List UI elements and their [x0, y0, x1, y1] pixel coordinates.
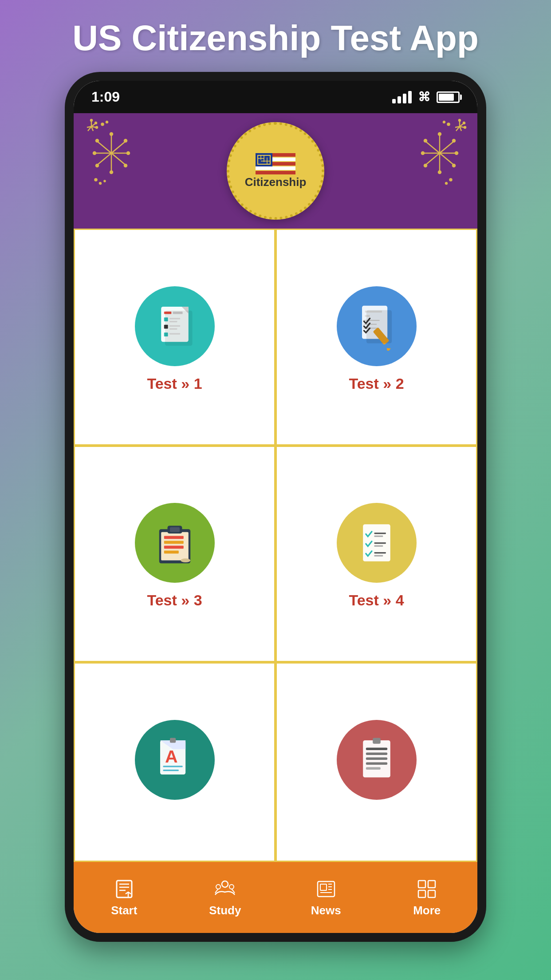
- nav-study[interactable]: Study: [175, 862, 276, 933]
- svg-rect-96: [170, 527, 180, 532]
- svg-point-55: [448, 123, 450, 126]
- svg-point-13: [96, 164, 98, 167]
- svg-point-54: [464, 126, 466, 128]
- svg-point-28: [99, 182, 101, 184]
- test-5-icon: A: [135, 720, 215, 800]
- svg-point-38: [438, 133, 441, 135]
- svg-point-12: [110, 171, 113, 174]
- svg-rect-107: [374, 552, 386, 553]
- battery-icon: [437, 91, 460, 103]
- study-icon: [214, 878, 236, 900]
- svg-point-43: [424, 164, 427, 167]
- svg-point-45: [424, 139, 427, 142]
- svg-rect-136: [418, 881, 425, 888]
- svg-point-58: [445, 182, 447, 184]
- firework-left: [83, 118, 140, 189]
- svg-point-15: [96, 139, 98, 142]
- svg-rect-137: [428, 881, 435, 888]
- test-grid: Test » 1: [74, 229, 477, 862]
- svg-line-37: [426, 142, 440, 153]
- nav-start[interactable]: Start: [74, 862, 175, 933]
- test-4-cell[interactable]: Test » 4: [276, 446, 477, 663]
- svg-line-33: [440, 153, 453, 164]
- svg-rect-118: [366, 753, 387, 755]
- svg-text:A: A: [165, 747, 178, 766]
- badge-label: Citizenship: [245, 175, 307, 189]
- nav-more-label: More: [413, 904, 441, 917]
- status-icons: ⌘: [392, 90, 460, 104]
- svg-point-9: [124, 139, 127, 142]
- svg-point-8: [110, 133, 113, 135]
- test-4-label: Test » 4: [349, 592, 404, 609]
- test-4-icon: [337, 503, 417, 583]
- svg-point-39: [453, 139, 455, 142]
- svg-rect-97: [164, 536, 183, 539]
- badge-flag-icon: [256, 153, 295, 175]
- svg-rect-98: [164, 541, 183, 544]
- more-icon: [416, 878, 438, 900]
- svg-point-11: [124, 164, 127, 167]
- svg-rect-106: [374, 545, 383, 547]
- svg-rect-131: [320, 884, 327, 890]
- svg-point-24: [96, 126, 98, 128]
- citizenship-badge: Citizenship: [227, 122, 324, 220]
- svg-point-42: [438, 171, 441, 174]
- svg-rect-83: [165, 311, 193, 346]
- test-2-label: Test » 2: [349, 375, 404, 392]
- svg-rect-122: [117, 881, 132, 897]
- svg-rect-116: [373, 738, 381, 744]
- test-2-icon: [337, 286, 417, 366]
- svg-point-101: [181, 559, 190, 563]
- svg-point-22: [91, 119, 92, 121]
- test-3-icon: [135, 503, 215, 583]
- svg-point-127: [222, 881, 228, 887]
- svg-point-10: [127, 152, 130, 154]
- svg-point-129: [229, 885, 234, 889]
- svg-rect-63: [256, 171, 295, 174]
- bottom-nav: Start Study: [74, 862, 477, 933]
- svg-point-29: [104, 181, 106, 182]
- svg-point-53: [463, 122, 465, 124]
- svg-line-35: [426, 153, 440, 164]
- svg-rect-108: [374, 555, 383, 557]
- news-icon: [315, 878, 337, 900]
- svg-rect-120: [366, 763, 387, 765]
- test-1-cell[interactable]: Test » 1: [74, 229, 276, 446]
- svg-point-57: [450, 179, 452, 181]
- svg-line-1: [111, 142, 125, 153]
- svg-line-3: [111, 153, 125, 164]
- phone-screen: 1:09 ⌘: [74, 81, 477, 933]
- signal-icon: [392, 91, 412, 103]
- svg-rect-62: [256, 166, 295, 170]
- page-title: US Citizenship Test App: [63, 0, 488, 72]
- test-3-cell[interactable]: Test » 3: [74, 446, 276, 663]
- svg-rect-138: [418, 890, 425, 897]
- svg-point-128: [216, 885, 220, 889]
- svg-rect-121: [366, 767, 380, 770]
- svg-rect-100: [164, 551, 178, 554]
- svg-rect-117: [366, 748, 387, 751]
- svg-rect-114: [170, 738, 176, 743]
- app-header: Citizenship: [74, 113, 477, 229]
- svg-rect-92: [366, 310, 391, 344]
- phone-shell: 1:09 ⌘: [65, 72, 486, 942]
- svg-rect-112: [163, 766, 182, 767]
- svg-rect-105: [374, 542, 386, 544]
- nav-news[interactable]: News: [276, 862, 377, 933]
- svg-point-44: [421, 152, 424, 154]
- svg-rect-113: [163, 770, 178, 771]
- nav-start-label: Start: [111, 904, 137, 917]
- test-5-cell[interactable]: A: [74, 662, 276, 862]
- svg-point-41: [453, 164, 455, 167]
- svg-point-56: [443, 121, 445, 123]
- svg-point-14: [93, 152, 96, 154]
- svg-point-27: [95, 179, 97, 181]
- test-3-label: Test » 3: [147, 592, 202, 609]
- test-2-cell[interactable]: Test » 2: [276, 229, 477, 446]
- svg-point-25: [102, 123, 104, 126]
- test-6-cell[interactable]: [276, 662, 477, 862]
- svg-rect-119: [366, 758, 387, 760]
- status-time: 1:09: [91, 89, 120, 105]
- nav-more[interactable]: More: [377, 862, 478, 933]
- status-bar: 1:09 ⌘: [74, 81, 477, 113]
